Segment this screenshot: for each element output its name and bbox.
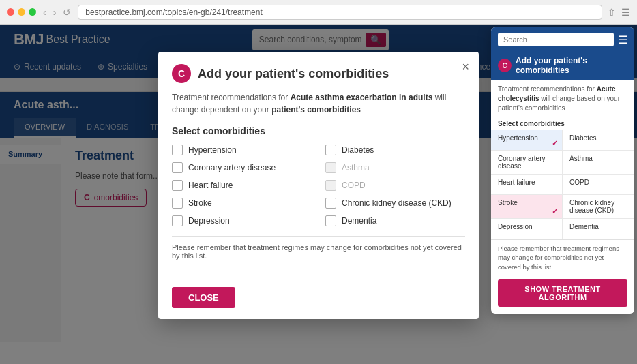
modal-body: Treatment recommendations for Acute asth…: [158, 91, 479, 280]
mobile-menu-icon[interactable]: ☰: [618, 33, 627, 46]
checkbox-box-asthma: [325, 162, 336, 173]
browser-window-controls: [7, 8, 36, 16]
checkbox-dementia[interactable]: Dementia: [325, 215, 465, 226]
mobile-item-coronary[interactable]: Coronary artery disease: [491, 151, 563, 175]
checkbox-heart-failure[interactable]: Heart failure: [172, 180, 312, 191]
mobile-logo-letter: C: [502, 62, 507, 70]
mobile-item-hypertension[interactable]: Hypertension ✓: [491, 130, 563, 151]
mobile-item-asthma[interactable]: Asthma: [563, 151, 634, 175]
checkboxes-grid: Hypertension Diabetes Coronary artery di…: [172, 145, 465, 226]
checkbox-box-hypertension[interactable]: [172, 145, 183, 155]
checkbox-asthma: Asthma: [325, 162, 465, 173]
mobile-logo: C: [498, 59, 512, 72]
mobile-comorbidities-grid: Hypertension ✓ Diabetes Coronary artery …: [491, 130, 634, 239]
checkbox-box-ckd[interactable]: [325, 198, 336, 209]
checkbox-label-depression: Depression: [188, 216, 230, 226]
mobile-item-ckd-label: Chronic kidney disease (CKD): [569, 199, 614, 214]
bookmark-icon[interactable]: ⇧: [608, 7, 616, 18]
maximize-window-button[interactable]: [29, 8, 36, 16]
checkbox-label-copd: COPD: [342, 181, 366, 190]
mobile-panel-header: ☰: [491, 27, 634, 52]
mobile-note: Please remember that treatment regimens …: [491, 239, 634, 275]
mobile-item-copd-label: COPD: [569, 179, 589, 186]
minimize-window-button[interactable]: [18, 8, 25, 16]
mobile-item-depression[interactable]: Depression: [491, 219, 563, 239]
menu-icon[interactable]: ☰: [621, 7, 630, 18]
mobile-item-heart-failure[interactable]: Heart failure: [491, 175, 563, 195]
mobile-item-diabetes-label: Diabetes: [569, 134, 596, 142]
checkbox-diabetes[interactable]: Diabetes: [325, 145, 465, 155]
modal-note: Please remember that treatment regimes m…: [172, 236, 465, 260]
checkbox-hypertension[interactable]: Hypertension: [172, 145, 312, 155]
comorbidities-modal: C Add your patient's comorbidities × Tre…: [158, 52, 479, 319]
mobile-item-copd[interactable]: COPD: [563, 175, 634, 195]
checkbox-label-ckd: Chronic kidney disease (CKD): [342, 198, 451, 208]
checkbox-box-copd: [325, 180, 336, 191]
checkbox-label-hypertension: Hypertension: [188, 145, 237, 155]
modal-header: C Add your patient's comorbidities ×: [158, 52, 479, 91]
checkbox-box-depression[interactable]: [172, 215, 183, 226]
checkbox-box-diabetes[interactable]: [325, 145, 336, 155]
checkbox-label-heart-failure: Heart failure: [188, 181, 233, 190]
checkbox-box-heart-failure[interactable]: [172, 180, 183, 191]
mobile-panel-title: Add your patient's comorbidities: [516, 56, 627, 75]
mobile-item-dementia[interactable]: Dementia: [563, 219, 634, 239]
checkbox-box-stroke[interactable]: [172, 198, 183, 209]
mobile-item-diabetes[interactable]: Diabetes: [563, 130, 634, 151]
address-bar[interactable]: bestpractice.bmj.com/topics/en-gb/241/tr…: [78, 5, 602, 20]
show-treatment-button[interactable]: SHOW TREATMENT ALGORITHM: [498, 279, 627, 307]
mobile-section-label: Select comorbidities: [491, 117, 634, 130]
mobile-item-stroke[interactable]: Stroke ✓: [491, 195, 563, 219]
checkbox-copd: COPD: [325, 180, 465, 191]
mobile-description: Treatment recommendations for Acute chol…: [491, 80, 634, 117]
mobile-panel-title-row: C Add your patient's comorbidities: [491, 52, 634, 80]
mobile-panel: ☰ C Add your patient's comorbidities Tre…: [491, 27, 634, 314]
modal-logo-letter: C: [178, 68, 185, 79]
mobile-item-coronary-label: Coronary artery disease: [498, 155, 545, 170]
checkbox-label-stroke: Stroke: [188, 198, 212, 208]
browser-toolbar: ⇧ ☰: [608, 7, 630, 18]
mobile-item-asthma-label: Asthma: [569, 155, 593, 162]
mobile-item-dementia-label: Dementia: [569, 223, 599, 230]
checkbox-stroke[interactable]: Stroke: [172, 198, 312, 209]
modal-close-button[interactable]: ×: [462, 60, 469, 74]
checkbox-label-coronary: Coronary artery disease: [188, 163, 276, 172]
modal-footer: CLOSE: [158, 280, 479, 319]
checkbox-ckd[interactable]: Chronic kidney disease (CKD): [325, 198, 465, 209]
mobile-item-depression-label: Depression: [498, 223, 533, 230]
mobile-check-hypertension: ✓: [552, 139, 558, 148]
url-text: bestpractice.bmj.com/topics/en-gb/241/tr…: [85, 7, 262, 17]
mobile-item-stroke-label: Stroke: [498, 199, 518, 207]
close-button[interactable]: CLOSE: [172, 287, 235, 308]
website-content: BMJ Best Practice 🔍 51 Help ▾ CME / CPD …: [0, 25, 637, 364]
modal-title: Add your patient's comorbidities: [198, 67, 389, 81]
checkbox-label-diabetes: Diabetes: [342, 145, 374, 155]
select-comorbidities-label: Select comorbidities: [172, 125, 465, 136]
checkbox-label-dementia: Dementia: [342, 216, 376, 226]
checkbox-label-asthma: Asthma: [342, 163, 370, 172]
reload-button[interactable]: ↺: [61, 7, 72, 18]
mobile-item-heart-failure-label: Heart failure: [498, 179, 535, 186]
checkbox-coronary[interactable]: Coronary artery disease: [172, 162, 312, 173]
checkbox-depression[interactable]: Depression: [172, 215, 312, 226]
mobile-item-hypertension-label: Hypertension: [498, 134, 538, 142]
mobile-search-input[interactable]: [498, 33, 614, 46]
browser-navigation: ‹ › ↺: [42, 7, 72, 18]
checkbox-box-coronary[interactable]: [172, 162, 183, 173]
mobile-check-stroke: ✓: [552, 207, 558, 216]
close-window-button[interactable]: [7, 8, 14, 16]
forward-button[interactable]: ›: [52, 7, 58, 18]
browser-chrome: ‹ › ↺ bestpractice.bmj.com/topics/en-gb/…: [0, 0, 637, 25]
back-button[interactable]: ‹: [42, 7, 48, 18]
mobile-item-ckd[interactable]: Chronic kidney disease (CKD): [563, 195, 634, 219]
modal-description: Treatment recommendations for Acute asth…: [172, 91, 465, 116]
modal-logo: C: [172, 64, 191, 83]
checkbox-box-dementia[interactable]: [325, 215, 336, 226]
